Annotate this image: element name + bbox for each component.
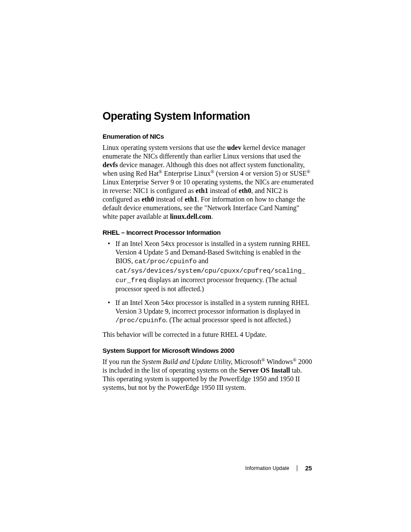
after-rhel: This behavior will be corrected in a fut… (103, 330, 314, 339)
footer-divider (297, 465, 297, 471)
page-content: Operating System Information Enumeration… (103, 110, 314, 400)
heading-rhel: RHEL – Incorrect Processor Information (103, 229, 314, 236)
body-nics: Linux operating system versions that use… (103, 143, 314, 221)
page-footer: Information Update 25 (245, 465, 312, 472)
heading-nics: Enumeration of NICs (103, 133, 314, 140)
heading-windows: System Support for Microsoft Windows 200… (103, 347, 314, 354)
list-item: If an Intel Xeon 54xx processor is insta… (115, 299, 314, 325)
footer-label: Information Update (245, 465, 289, 471)
bullet-list-rhel: If an Intel Xeon 54xx processor is insta… (103, 240, 314, 325)
section-nics: Enumeration of NICs Linux operating syst… (103, 133, 314, 221)
section-rhel: RHEL – Incorrect Processor Information I… (103, 229, 314, 339)
list-item: If an Intel Xeon 54xx processor is insta… (115, 240, 314, 293)
section-windows: System Support for Microsoft Windows 200… (103, 347, 314, 392)
body-windows: If you run the System Build and Update U… (103, 358, 314, 392)
page-number: 25 (305, 465, 312, 472)
page-title: Operating System Information (103, 110, 314, 122)
